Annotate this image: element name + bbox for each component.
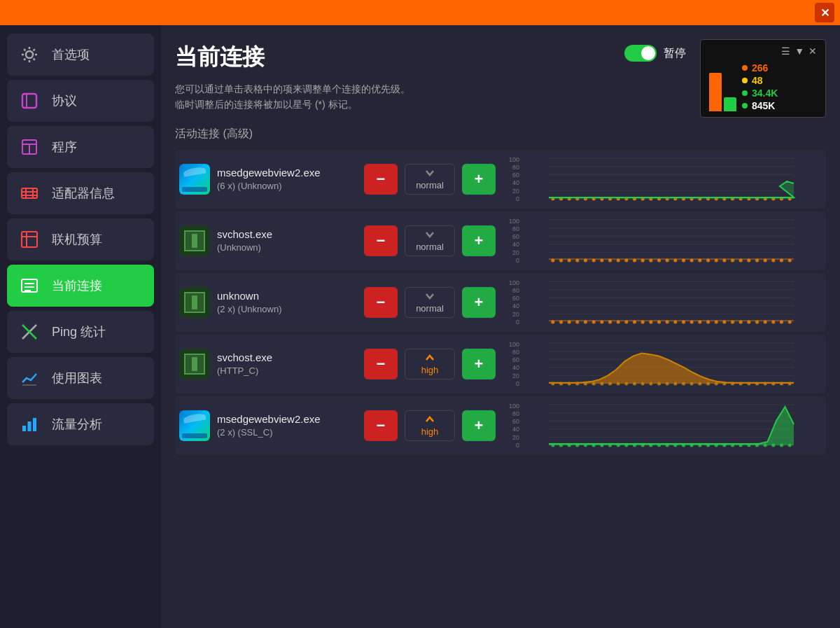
sidebar-item-budget[interactable]: 联机预算: [7, 218, 154, 260]
priority-label-1: normal: [416, 180, 444, 190]
sidebar-label-traffic: 流量分析: [52, 416, 102, 433]
section-title: 活动连接 (高级): [175, 127, 826, 141]
program-icon: [17, 134, 42, 160]
sidebar-item-preferences[interactable]: 首选项: [7, 34, 154, 76]
sidebar-label-program: 程序: [52, 139, 77, 155]
page-description: 您可以通过单击表格中的项来调整单个连接的优先级。 临时调整后的连接将被加以星号 …: [175, 81, 567, 113]
conn-icon-1: [179, 164, 210, 195]
stats-content: 266 48 34.4K 845K: [709, 62, 817, 111]
priority-label-4: high: [421, 365, 439, 375]
priority-badge-3[interactable]: normal: [405, 287, 455, 318]
svg-rect-30: [28, 421, 31, 431]
ping-icon: [17, 319, 42, 344]
titlebar: ✕: [0, 0, 840, 25]
connection-list: msedgewebview2.exe (6 x) (Unknown) − nor…: [175, 150, 826, 455]
app-name-3: unknown: [217, 288, 357, 303]
svg-rect-9: [22, 94, 36, 108]
chart-scale-2: 100 80 60 40 20 0: [503, 217, 521, 265]
sidebar-item-traffic[interactable]: 流量分析: [7, 403, 154, 445]
usage-icon: [17, 365, 42, 391]
mini-chart-4: 100 80 60 40 20 0: [503, 340, 822, 388]
decrease-button-3[interactable]: −: [364, 287, 398, 318]
sidebar-item-ping[interactable]: Ping 统计: [7, 311, 154, 353]
increase-button-5[interactable]: +: [462, 410, 496, 441]
chevron-icon-3: [425, 291, 435, 302]
conn-name-3: unknown (2 x) (Unknown): [217, 288, 357, 316]
increase-button-1[interactable]: +: [462, 164, 496, 195]
svg-rect-19: [22, 232, 37, 247]
increase-button-3[interactable]: +: [462, 287, 496, 318]
priority-badge-2[interactable]: normal: [405, 225, 455, 256]
sidebar-item-adapter[interactable]: 适配器信息: [7, 172, 154, 214]
sidebar-label-current: 当前连接: [52, 277, 102, 294]
conn-name-5: msedgewebview2.exe (2 x) (SSL_C): [217, 412, 357, 439]
increase-button-2[interactable]: +: [462, 225, 496, 256]
svg-point-0: [26, 51, 33, 58]
stat-line-3: 34.4K: [742, 88, 778, 99]
toggle-knob: [641, 46, 655, 60]
current-icon: [17, 273, 42, 298]
app-sub-5: (2 x) (SSL_C): [217, 426, 357, 439]
stats-bars: [709, 69, 736, 111]
sidebar-label-usage: 使用图表: [52, 370, 102, 386]
app-name-1: msedgewebview2.exe: [217, 165, 357, 180]
stats-numbers: 266 48 34.4K 845K: [742, 62, 778, 111]
svg-rect-31: [33, 418, 36, 431]
conn-name-1: msedgewebview2.exe (6 x) (Unknown): [217, 165, 357, 193]
app-name-4: svchost.exe: [217, 350, 357, 365]
sidebar-label-adapter: 适配器信息: [52, 185, 115, 202]
priority-label-5: high: [421, 426, 439, 437]
sidebar-item-program[interactable]: 程序: [7, 126, 154, 168]
svg-line-6: [24, 49, 25, 50]
chevron-icon-4: [425, 352, 435, 363]
dot-orange: [742, 65, 748, 71]
sidebar: 首选项 协议 程序 适配器信息 联机预算 当前连接 Ping 统计: [0, 25, 161, 628]
dot-yellow: [742, 78, 748, 83]
chart-scale-5: 100 80 60 40 20 0: [503, 402, 521, 449]
decrease-button-1[interactable]: −: [364, 164, 398, 195]
sidebar-item-protocol[interactable]: 协议: [7, 80, 154, 122]
preferences-icon: [17, 42, 42, 67]
connection-row-5: msedgewebview2.exe (2 x) (SSL_C) − high …: [175, 396, 826, 455]
sidebar-item-current[interactable]: 当前连接: [7, 265, 154, 307]
protocol-icon: [17, 88, 42, 113]
chevron-icon-2: [425, 229, 435, 240]
decrease-button-5[interactable]: −: [364, 410, 398, 441]
decrease-button-2[interactable]: −: [364, 225, 398, 256]
svg-rect-14: [22, 188, 37, 198]
toggle-area: 暂停: [624, 45, 686, 62]
stat-line-2: 48: [742, 75, 778, 86]
mini-chart-3: 100 80 60 40 20 0: [503, 279, 822, 326]
stat-line-1: 266: [742, 62, 778, 74]
mini-chart-5: 100 80 60 40 20 0: [503, 402, 822, 449]
app-sub-2: (Unknown): [217, 242, 357, 254]
conn-name-4: svchost.exe (HTTP_C): [217, 350, 357, 377]
stats-down-icon[interactable]: ▼: [794, 46, 804, 57]
close-button[interactable]: ✕: [815, 3, 834, 22]
connection-row-3: unknown (2 x) (Unknown) − normal + 100 8…: [175, 273, 826, 332]
chart-area-1: [521, 155, 822, 203]
increase-button-4[interactable]: +: [462, 349, 496, 379]
app-name-2: svchost.exe: [217, 227, 357, 242]
stats-close-icon[interactable]: ✕: [808, 46, 817, 57]
chart-area-4: [521, 340, 822, 388]
dot-green2: [742, 103, 748, 109]
stats-menu-icon[interactable]: ☰: [781, 46, 790, 57]
sidebar-label-budget: 联机预算: [52, 231, 102, 248]
app-name-5: msedgewebview2.exe: [217, 412, 357, 426]
priority-label-2: normal: [416, 242, 444, 252]
pause-toggle[interactable]: [624, 45, 657, 62]
main-layout: 首选项 协议 程序 适配器信息 联机预算 当前连接 Ping 统计: [0, 25, 840, 628]
bar-green: [724, 97, 736, 111]
priority-badge-5[interactable]: high: [405, 410, 455, 441]
conn-icon-4: [179, 349, 210, 379]
conn-name-2: svchost.exe (Unknown): [217, 227, 357, 254]
decrease-button-4[interactable]: −: [364, 349, 398, 379]
svg-line-8: [34, 49, 35, 50]
priority-badge-1[interactable]: normal: [405, 164, 455, 195]
chart-scale-4: 100 80 60 40 20 0: [503, 340, 521, 388]
stat-val-3: 34.4K: [752, 88, 778, 99]
sidebar-item-usage[interactable]: 使用图表: [7, 357, 154, 399]
priority-badge-4[interactable]: high: [405, 349, 455, 379]
chart-scale-3: 100 80 60 40 20 0: [503, 279, 521, 326]
